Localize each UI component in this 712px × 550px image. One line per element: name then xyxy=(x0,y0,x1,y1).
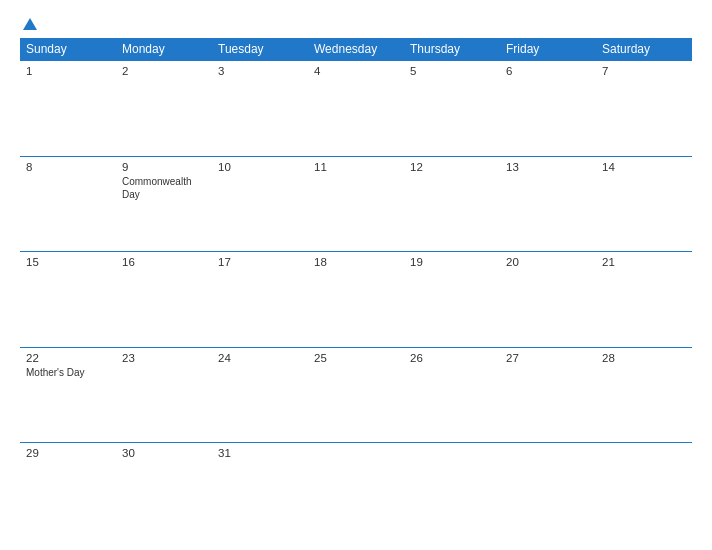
day-number: 21 xyxy=(602,256,686,268)
day-number: 2 xyxy=(122,65,206,77)
calendar-cell: 15 xyxy=(20,252,116,348)
week-row-2: 89Commonwealth Day1011121314 xyxy=(20,156,692,252)
day-number: 22 xyxy=(26,352,110,364)
event-label: Commonwealth Day xyxy=(122,175,206,201)
week-row-1: 1234567 xyxy=(20,61,692,157)
day-number: 8 xyxy=(26,161,110,173)
calendar-cell: 6 xyxy=(500,61,596,157)
week-row-4: 22Mother's Day232425262728 xyxy=(20,347,692,443)
calendar-cell: 26 xyxy=(404,347,500,443)
day-number: 14 xyxy=(602,161,686,173)
calendar-cell: 4 xyxy=(308,61,404,157)
week-row-3: 15161718192021 xyxy=(20,252,692,348)
day-number: 16 xyxy=(122,256,206,268)
logo-blue-row xyxy=(20,18,37,30)
calendar-cell: 22Mother's Day xyxy=(20,347,116,443)
calendar-cell: 31 xyxy=(212,443,308,539)
calendar-cell: 8 xyxy=(20,156,116,252)
calendar-header: SundayMondayTuesdayWednesdayThursdayFrid… xyxy=(20,38,692,61)
day-number: 13 xyxy=(506,161,590,173)
calendar-cell: 20 xyxy=(500,252,596,348)
day-number: 5 xyxy=(410,65,494,77)
calendar-table: SundayMondayTuesdayWednesdayThursdayFrid… xyxy=(20,38,692,538)
calendar-cell: 13 xyxy=(500,156,596,252)
weekday-header-sunday: Sunday xyxy=(20,38,116,61)
week-row-5: 293031 xyxy=(20,443,692,539)
calendar-cell xyxy=(404,443,500,539)
logo xyxy=(20,18,37,30)
calendar-cell: 10 xyxy=(212,156,308,252)
day-number: 9 xyxy=(122,161,206,173)
calendar-cell: 11 xyxy=(308,156,404,252)
calendar-cell: 17 xyxy=(212,252,308,348)
day-number: 15 xyxy=(26,256,110,268)
calendar-cell: 21 xyxy=(596,252,692,348)
day-number: 26 xyxy=(410,352,494,364)
calendar-cell: 29 xyxy=(20,443,116,539)
weekday-header-friday: Friday xyxy=(500,38,596,61)
day-number: 24 xyxy=(218,352,302,364)
day-number: 7 xyxy=(602,65,686,77)
day-number: 6 xyxy=(506,65,590,77)
page-header xyxy=(20,18,692,30)
calendar-cell: 23 xyxy=(116,347,212,443)
calendar-cell: 3 xyxy=(212,61,308,157)
weekday-header-row: SundayMondayTuesdayWednesdayThursdayFrid… xyxy=(20,38,692,61)
day-number: 25 xyxy=(314,352,398,364)
calendar-page: SundayMondayTuesdayWednesdayThursdayFrid… xyxy=(0,0,712,550)
calendar-cell xyxy=(596,443,692,539)
calendar-cell: 28 xyxy=(596,347,692,443)
day-number: 23 xyxy=(122,352,206,364)
calendar-cell: 7 xyxy=(596,61,692,157)
calendar-cell xyxy=(500,443,596,539)
calendar-cell: 12 xyxy=(404,156,500,252)
calendar-cell: 18 xyxy=(308,252,404,348)
calendar-cell: 2 xyxy=(116,61,212,157)
calendar-cell: 24 xyxy=(212,347,308,443)
event-label: Mother's Day xyxy=(26,366,110,379)
logo-triangle-icon xyxy=(23,18,37,30)
day-number: 12 xyxy=(410,161,494,173)
weekday-header-tuesday: Tuesday xyxy=(212,38,308,61)
day-number: 1 xyxy=(26,65,110,77)
calendar-cell: 1 xyxy=(20,61,116,157)
day-number: 27 xyxy=(506,352,590,364)
weekday-header-thursday: Thursday xyxy=(404,38,500,61)
day-number: 20 xyxy=(506,256,590,268)
calendar-cell: 5 xyxy=(404,61,500,157)
day-number: 31 xyxy=(218,447,302,459)
calendar-cell: 9Commonwealth Day xyxy=(116,156,212,252)
day-number: 29 xyxy=(26,447,110,459)
day-number: 10 xyxy=(218,161,302,173)
day-number: 30 xyxy=(122,447,206,459)
day-number: 3 xyxy=(218,65,302,77)
day-number: 28 xyxy=(602,352,686,364)
calendar-body: 123456789Commonwealth Day101112131415161… xyxy=(20,61,692,539)
day-number: 11 xyxy=(314,161,398,173)
calendar-cell: 30 xyxy=(116,443,212,539)
calendar-cell: 27 xyxy=(500,347,596,443)
day-number: 19 xyxy=(410,256,494,268)
weekday-header-wednesday: Wednesday xyxy=(308,38,404,61)
day-number: 18 xyxy=(314,256,398,268)
day-number: 17 xyxy=(218,256,302,268)
calendar-cell xyxy=(308,443,404,539)
day-number: 4 xyxy=(314,65,398,77)
weekday-header-monday: Monday xyxy=(116,38,212,61)
calendar-cell: 19 xyxy=(404,252,500,348)
calendar-cell: 25 xyxy=(308,347,404,443)
calendar-cell: 16 xyxy=(116,252,212,348)
calendar-cell: 14 xyxy=(596,156,692,252)
weekday-header-saturday: Saturday xyxy=(596,38,692,61)
